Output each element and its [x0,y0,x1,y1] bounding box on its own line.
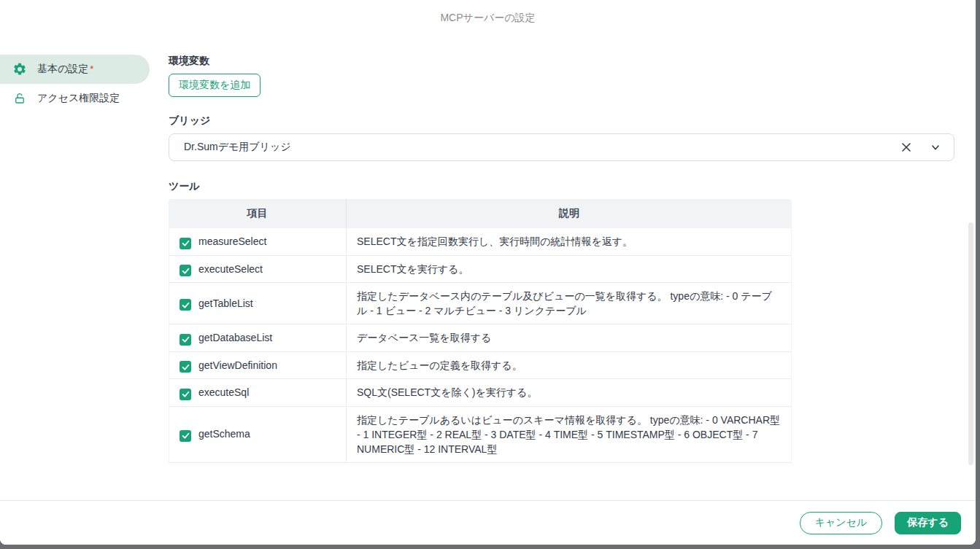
tool-description: SELECT文を実行する。 [347,256,792,284]
check-icon [182,301,190,309]
vertical-scrollbar[interactable] [968,222,973,465]
tool-name: getSchema [198,428,250,440]
tool-description: 指定したデータベース内のテーブル及びビューの一覧を取得する。 typeの意味: … [347,283,792,324]
tool-name: executeSql [198,386,249,398]
tool-name: getTableList [198,297,253,309]
env-vars-label: 環境変数 [169,55,954,68]
check-icon [182,432,190,440]
settings-sidebar: 基本の設定* アクセス権限設定 [0,36,169,113]
tool-description: データベース一覧を取得する [347,324,792,352]
clear-icon[interactable] [898,139,914,155]
table-row: getTableList 指定したデータベース内のテーブル及びビューの一覧を取得… [169,283,792,324]
bridge-selected-value: Dr.Sumデモ用ブリッジ [184,141,898,154]
sidebar-item-label: 基本の設定* [37,63,93,76]
table-row: executeSelect SELECT文を実行する。 [169,256,792,284]
tool-description: 指定したビューの定義を取得する。 [347,352,792,380]
add-env-var-button[interactable]: 環境変数を追加 [169,74,261,97]
check-icon [182,267,190,275]
tool-name: measureSelect [198,235,266,247]
tool-name: getViewDefinition [198,359,277,371]
dialog-footer: キャンセル 保存する [0,500,976,545]
table-row: getSchema 指定したテーブルあるいはビューのスキーマ情報を取得する。 t… [169,407,792,463]
save-button[interactable]: 保存する [895,512,961,534]
column-header-item: 項目 [169,199,347,228]
check-icon [182,239,190,247]
column-header-description: 説明 [347,199,792,228]
tool-description: 指定したテーブルあるいはビューのスキーマ情報を取得する。 typeの意味: - … [347,407,792,463]
tools-table: 項目 説明 measureSelect SELECT文を指定回数実行し、実行時間… [169,199,792,463]
table-header-row: 項目 説明 [169,199,792,228]
table-row: executeSql SQL文(SELECT文を除く)を実行する。 [169,379,792,407]
gear-icon [12,62,27,77]
sidebar-item-basic-settings[interactable]: 基本の設定* [0,55,150,84]
tool-description: SELECT文を指定回数実行し、実行時間の統計情報を返す。 [347,228,792,256]
bridge-label: ブリッジ [169,114,954,128]
table-row: measureSelect SELECT文を指定回数実行し、実行時間の統計情報を… [169,228,792,256]
tool-checkbox[interactable] [180,238,191,249]
chevron-down-icon[interactable] [927,139,944,155]
dialog-header: MCPサーバーの設定 [0,0,976,36]
mcp-server-settings-dialog: MCPサーバーの設定 基本の設定* アクセス権限設定 [0,0,976,545]
tool-checkbox[interactable] [180,334,191,346]
tool-description: SQL文(SELECT文を除く)を実行する。 [347,379,792,407]
table-row: getDatabaseList データベース一覧を取得する [169,324,792,352]
tool-checkbox[interactable] [180,299,191,311]
required-indicator: * [90,63,93,74]
lock-icon [12,91,27,106]
cancel-button[interactable]: キャンセル [800,512,883,534]
tool-checkbox[interactable] [180,265,191,276]
dialog-title: MCPサーバーの設定 [440,12,535,25]
bridge-select[interactable]: Dr.Sumデモ用ブリッジ [169,133,954,161]
tool-checkbox[interactable] [180,361,191,373]
check-icon [182,363,190,371]
tool-name: executeSelect [198,263,263,275]
tool-checkbox[interactable] [180,389,191,400]
tool-checkbox[interactable] [180,430,191,442]
tool-name: getDatabaseList [198,332,272,343]
table-row: getViewDefinition 指定したビューの定義を取得する。 [169,352,792,380]
tools-label: ツール [169,180,954,193]
check-icon [182,335,190,343]
settings-main-panel: 環境変数 環境変数を追加 ブリッジ Dr.Sumデモ用ブリッジ [169,36,976,463]
sidebar-item-label: アクセス権限設定 [37,92,120,105]
check-icon [182,390,190,398]
sidebar-item-access-permissions[interactable]: アクセス権限設定 [0,84,150,113]
